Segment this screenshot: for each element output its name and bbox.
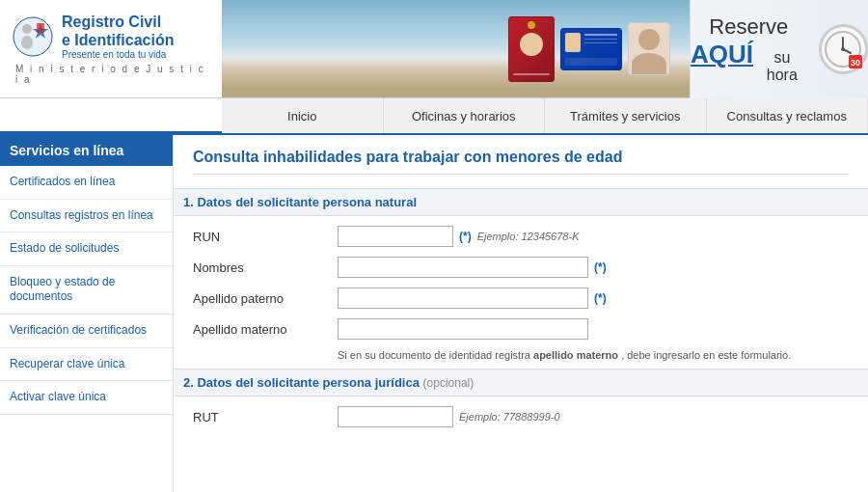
banner-docs [508, 16, 670, 82]
apellido-paterno-input[interactable] [338, 287, 588, 309]
reserve-line1: Reserve [691, 14, 807, 40]
ministry-text: M i n i s t e r i o d e J u s t i c i a [12, 64, 210, 85]
nombres-label: Nombres [193, 257, 338, 275]
logo-title: Registro Civil e Identificación Presente… [12, 13, 210, 60]
section2-optional: (opcional) [423, 376, 475, 390]
svg-text:30: 30 [851, 58, 860, 68]
apellido-materno-input[interactable] [338, 318, 588, 340]
sidebar-item-bloqueo[interactable]: Bloqueo y estado de documentos [0, 266, 173, 314]
passport-doc [508, 16, 555, 82]
nav-spacer [0, 98, 222, 133]
reserve-inner: Reserve AQUÍ su hora 30 [691, 14, 868, 84]
sidebar-item-consultas-registros[interactable]: Consultas registros en línea [0, 200, 173, 233]
nav-consultas[interactable]: Consultas y reclamos [707, 98, 869, 133]
logo-subtitle: Presente en toda tu vida [62, 49, 174, 60]
logo-text: Registro Civil e Identificación Presente… [62, 13, 174, 60]
reserve-box[interactable]: Reserve AQUÍ su hora 30 [690, 0, 868, 98]
run-label: RUN [193, 226, 338, 244]
apellido-paterno-required: (*) [594, 291, 607, 305]
reserve-aqui: AQUÍ [691, 40, 753, 69]
reserve-line2: su hora [757, 49, 807, 84]
svg-point-2 [21, 36, 33, 49]
rut-example: Ejemplo: 77888999-0 [459, 411, 560, 423]
sidebar-item-certificados[interactable]: Certificados en línea [0, 166, 173, 200]
sidebar-item-recuperar-clave[interactable]: Recuperar clave única [0, 348, 173, 382]
run-example: Ejemplo: 12345678-K [477, 231, 580, 242]
svg-point-0 [14, 17, 52, 56]
nav-items: Inicio Oficinas y horarios Trámites y se… [222, 98, 868, 133]
nombres-field: (*) [338, 257, 607, 278]
apellido-materno-field [338, 318, 588, 340]
rut-field: Ejemplo: 77888999-0 [338, 406, 560, 427]
nav-tramites[interactable]: Trámites y servicios [545, 98, 707, 133]
page-title: Consulta inhabilidades para trabajar con… [193, 149, 849, 175]
sidebar-item-estado-solicitudes[interactable]: Estado de solicitudes [0, 232, 173, 266]
apellido-materno-hint: Si en su documento de identidad registra… [338, 349, 849, 361]
svg-point-1 [22, 24, 32, 34]
rut-row: RUT Ejemplo: 77888999-0 [193, 406, 849, 427]
person-photo [628, 22, 670, 75]
nombres-required: (*) [594, 260, 607, 274]
run-row: RUN (*) Ejemplo: 12345678-K [193, 226, 849, 247]
run-field: (*) Ejemplo: 12345678-K [338, 226, 579, 247]
nav-oficinas[interactable]: Oficinas y horarios [384, 98, 546, 133]
apellido-paterno-row: Apellido paterno (*) [193, 287, 849, 309]
section1-header: 1. Datos del solicitante persona natural [174, 188, 868, 216]
logo-area: Registro Civil e Identificación Presente… [0, 0, 222, 97]
main-layout: Servicios en línea Certificados en línea… [0, 135, 868, 492]
sidebar: Servicios en línea Certificados en línea… [0, 135, 174, 492]
header: Registro Civil e Identificación Presente… [0, 0, 868, 98]
rut-label: RUT [193, 406, 338, 424]
sidebar-item-verificacion[interactable]: Verificación de certificados [0, 314, 173, 348]
run-required: (*) [459, 230, 472, 243]
nav-inicio[interactable]: Inicio [222, 98, 384, 133]
main-nav: Inicio Oficinas y horarios Trámites y se… [0, 98, 868, 135]
sidebar-item-activar-clave[interactable]: Activar clave única [0, 381, 173, 415]
sidebar-title: Servicios en línea [0, 135, 173, 166]
logo-icon [12, 15, 54, 58]
header-banner [222, 0, 690, 97]
apellido-paterno-label: Apellido paterno [193, 287, 338, 306]
apellido-paterno-field: (*) [338, 287, 607, 309]
run-input[interactable] [338, 226, 453, 247]
nombres-input[interactable] [338, 257, 588, 278]
clock-icon: 30 [819, 24, 868, 74]
logo-title-text: Registro Civil e Identificación [62, 13, 174, 49]
reserve-text: Reserve AQUÍ su hora [691, 14, 807, 84]
id-card-doc [560, 28, 622, 70]
apellido-materno-label: Apellido materno [193, 318, 338, 337]
rut-input[interactable] [338, 406, 453, 427]
svg-point-8 [841, 47, 845, 51]
section2-header: 2. Datos del solicitante persona jurídic… [174, 369, 868, 396]
main-content: Consulta inhabilidades para trabajar con… [174, 135, 868, 492]
apellido-materno-row: Apellido materno [193, 318, 849, 340]
nombres-row: Nombres (*) [193, 257, 849, 278]
svg-rect-4 [37, 23, 44, 33]
